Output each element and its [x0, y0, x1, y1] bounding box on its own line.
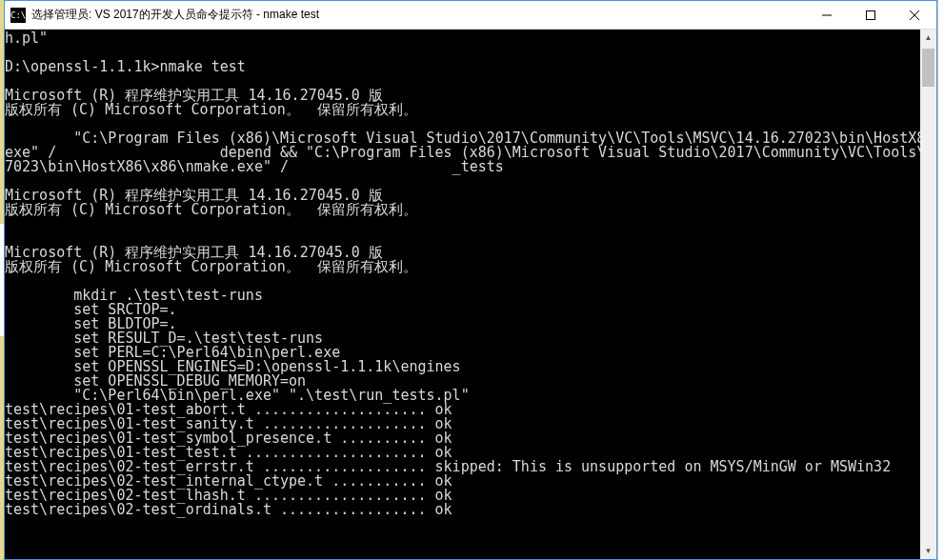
maximize-icon — [866, 10, 875, 20]
cmd-icon: C:\ — [10, 8, 26, 23]
close-button[interactable] — [893, 1, 936, 29]
scroll-up-arrow[interactable]: ▲ — [920, 30, 936, 46]
terminal-output[interactable]: h.pl" D:\openssl-1.1.1k>nmake test Micro… — [5, 30, 920, 559]
terminal-area: h.pl" D:\openssl-1.1.1k>nmake test Micro… — [5, 30, 936, 559]
close-icon — [910, 10, 919, 20]
minimize-icon — [822, 10, 832, 20]
vertical-scrollbar[interactable]: ▲ ▼ — [920, 30, 936, 559]
background-edge-right — [938, 0, 944, 560]
svg-rect-1 — [867, 10, 875, 19]
title-bar[interactable]: C:\ 选择管理员: VS 2017的开发人员命令提示符 - nmake tes… — [5, 1, 936, 30]
scroll-thumb[interactable] — [922, 49, 934, 87]
minimize-button[interactable] — [805, 1, 849, 29]
maximize-button[interactable] — [849, 1, 893, 29]
window-controls — [805, 1, 936, 29]
window-title: 选择管理员: VS 2017的开发人员命令提示符 - nmake test — [31, 7, 805, 23]
scroll-down-arrow[interactable]: ▼ — [920, 543, 936, 559]
console-window: C:\ 选择管理员: VS 2017的开发人员命令提示符 - nmake tes… — [4, 0, 937, 560]
